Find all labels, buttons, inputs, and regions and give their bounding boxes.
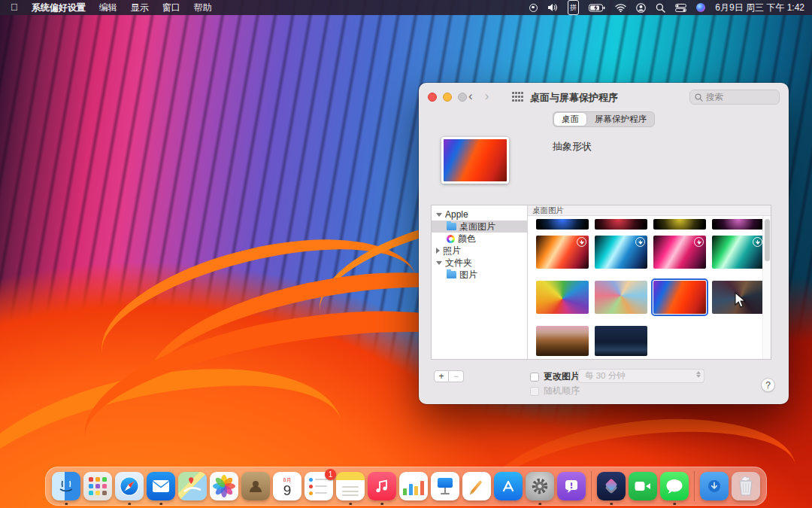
running-indicator <box>159 503 162 506</box>
dock-item-facetime[interactable] <box>629 472 657 500</box>
close-button[interactable] <box>428 93 437 102</box>
wallpaper-thumbnail[interactable] <box>536 219 589 230</box>
desktop-screensaver-window: ‹ › 桌面与屏幕保护程序 搜索 桌面 屏幕保护程序 抽象形状 <box>419 83 789 404</box>
menu-view[interactable]: 显示 <box>131 2 149 14</box>
screen:  系统偏好设置 编辑 显示 窗口 帮助 拼 <box>0 0 812 508</box>
dock-item-launchpad[interactable] <box>83 472 112 500</box>
wallpaper-thumbnail[interactable] <box>712 219 765 230</box>
wallpaper-thumbnail[interactable] <box>595 326 647 356</box>
dock-item-app-store[interactable] <box>494 472 523 500</box>
dock-item-downloads[interactable] <box>700 472 729 500</box>
dock-item-shortcuts[interactable] <box>597 472 626 500</box>
mail-icon <box>152 479 170 493</box>
dock-item-system-preferences[interactable] <box>526 472 554 500</box>
dock-item-mail[interactable] <box>147 472 175 500</box>
add-folder-button[interactable]: + <box>434 370 449 382</box>
dock-item-calendar[interactable]: 6月 9 <box>273 472 301 500</box>
window-titlebar[interactable]: ‹ › 桌面与屏幕保护程序 搜索 <box>419 83 789 111</box>
random-order-label: 随机顺序 <box>544 385 580 397</box>
menu-edit[interactable]: 编辑 <box>99 2 117 14</box>
grid-scrollbar[interactable] <box>762 216 771 359</box>
wallpaper-thumbnail[interactable] <box>595 281 647 314</box>
wallpaper-thumbnail[interactable] <box>536 236 589 269</box>
feedback-icon <box>563 478 580 494</box>
control-center-icon[interactable] <box>675 0 686 15</box>
wallpaper-thumbnail-selected[interactable] <box>653 281 706 314</box>
remove-folder-button[interactable]: − <box>449 370 464 382</box>
zoom-button-disabled <box>458 93 467 102</box>
wallpaper-thumbnail[interactable] <box>536 281 589 314</box>
dock-item-numbers[interactable] <box>399 472 428 500</box>
dock-item-feedback-assistant[interactable] <box>557 472 586 500</box>
dock-item-music[interactable] <box>368 472 396 500</box>
sidebar-item-pictures[interactable]: 图片 <box>432 269 527 281</box>
change-picture-checkbox[interactable] <box>530 373 539 382</box>
random-order-checkbox[interactable] <box>530 387 539 396</box>
forward-button[interactable]: › <box>485 89 489 104</box>
menu-window[interactable]: 窗口 <box>162 2 180 14</box>
keynote-icon <box>431 472 459 500</box>
wallpaper-thumbnail[interactable] <box>595 219 647 230</box>
menu-help[interactable]: 帮助 <box>194 2 212 14</box>
dock-item-reminders[interactable]: 1 <box>304 472 333 500</box>
disclosure-down-icon[interactable] <box>436 261 442 265</box>
app-store-icon <box>500 478 517 494</box>
tab-bar: 桌面 屏幕保护程序 <box>419 111 789 131</box>
wallpaper-thumbnail[interactable] <box>653 236 706 269</box>
minimize-button[interactable] <box>443 93 452 102</box>
tab-desktop[interactable]: 桌面 <box>554 113 586 126</box>
input-method-icon[interactable]: 拼 <box>568 0 579 15</box>
facetime-icon <box>634 479 652 493</box>
interval-dropdown[interactable]: 每 30 分钟 <box>578 369 704 383</box>
sidebar-item-colors[interactable]: 颜色 <box>432 233 527 245</box>
siri-icon[interactable] <box>696 0 705 15</box>
apple-menu-icon[interactable]:  <box>11 0 18 15</box>
current-wallpaper-thumbnail[interactable] <box>441 137 509 184</box>
dock-item-pages[interactable] <box>462 472 491 500</box>
dock-item-safari[interactable] <box>115 472 144 500</box>
dock-item-notes[interactable] <box>336 472 365 500</box>
dock-item-maps[interactable] <box>178 472 207 500</box>
back-button[interactable]: ‹ <box>468 89 473 104</box>
dock-item-trash[interactable] <box>732 472 760 500</box>
photos-icon <box>213 475 235 497</box>
user-account-icon[interactable] <box>636 0 646 15</box>
running-indicator <box>65 503 68 506</box>
sidebar-item-label: 桌面图片 <box>459 221 495 233</box>
sidebar-item-label: 图片 <box>459 269 477 281</box>
sidebar-group-folders[interactable]: 文件夹 <box>432 257 527 269</box>
dock-item-contacts[interactable] <box>241 472 270 500</box>
numbers-icon <box>399 472 428 500</box>
disclosure-down-icon[interactable] <box>436 213 442 217</box>
dock-item-finder[interactable] <box>52 472 80 500</box>
disclosure-right-icon[interactable] <box>436 248 440 254</box>
dock-divider <box>694 471 695 501</box>
messages-icon <box>665 478 683 494</box>
menu-clock[interactable]: 6月9日 周三 下午 1:42 <box>715 2 804 14</box>
sidebar-group-photos[interactable]: 照片 <box>432 245 527 257</box>
dock-item-photos[interactable] <box>210 472 238 500</box>
dock-item-messages[interactable] <box>660 472 689 500</box>
wallpaper-thumbnail[interactable] <box>536 326 589 356</box>
wallpaper-thumbnail[interactable] <box>653 219 706 230</box>
finder-icon <box>56 476 76 496</box>
screen-record-icon[interactable] <box>529 0 538 15</box>
wallpaper-thumbnail[interactable] <box>712 236 765 269</box>
search-icon[interactable] <box>656 0 665 15</box>
wifi-icon[interactable] <box>615 0 626 15</box>
dock: 6月 9 1 <box>45 467 767 506</box>
search-field[interactable]: 搜索 <box>689 90 780 105</box>
dock-item-keynote[interactable] <box>431 472 459 500</box>
menu-app-name[interactable]: 系统偏好设置 <box>32 2 86 14</box>
running-indicator <box>538 503 541 506</box>
battery-icon[interactable] <box>589 0 605 15</box>
wallpaper-thumbnail[interactable] <box>595 236 647 269</box>
tab-screensaver[interactable]: 屏幕保护程序 <box>587 112 654 126</box>
help-button[interactable]: ? <box>761 378 775 392</box>
calendar-day: 9 <box>283 483 292 498</box>
volume-icon[interactable] <box>547 0 558 15</box>
cloud-download-icon <box>577 237 586 247</box>
show-all-icon[interactable] <box>512 92 523 102</box>
sidebar-item-desktop-pictures[interactable]: 桌面图片 <box>432 221 527 233</box>
sidebar-group-apple[interactable]: Apple <box>432 208 527 221</box>
